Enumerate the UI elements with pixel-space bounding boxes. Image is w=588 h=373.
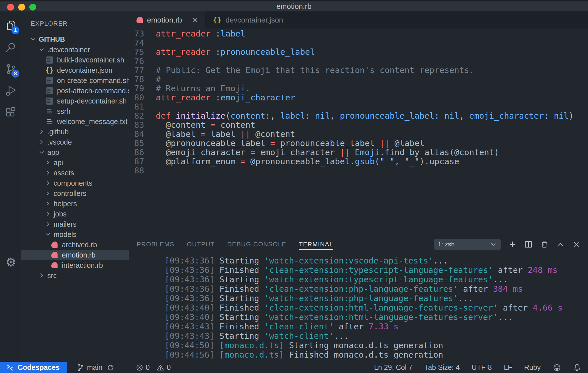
tree-item-components[interactable]: components bbox=[21, 178, 129, 188]
chevron-right-icon[interactable] bbox=[45, 170, 51, 176]
encoding[interactable]: UTF-8 bbox=[472, 363, 492, 372]
tree-item-interaction-rb[interactable]: interaction.rb bbox=[21, 260, 129, 270]
tree-item-controllers[interactable]: controllers bbox=[21, 188, 129, 198]
search-view-button[interactable] bbox=[4, 40, 18, 54]
terminal-line: [09:43:43] Starting 'watch-client'... bbox=[165, 331, 588, 341]
section-header-github[interactable]: GITHUB bbox=[21, 34, 129, 44]
code-line-78[interactable]: 78# bbox=[129, 75, 588, 84]
tab-emotion-rb[interactable]: emotion.rb × bbox=[129, 11, 206, 29]
source-control-view-button[interactable]: 8 bbox=[4, 62, 18, 76]
code-line-86[interactable]: 86 @emoji_character = emoji_character ||… bbox=[129, 148, 588, 157]
eol-indicator[interactable]: LF bbox=[504, 363, 512, 372]
tree-item-devcontainer[interactable]: .devcontainer bbox=[21, 44, 129, 55]
line-number: 74 bbox=[129, 38, 144, 47]
close-tab-icon[interactable]: × bbox=[193, 15, 198, 25]
tree-item-src[interactable]: src bbox=[21, 270, 129, 281]
chevron-right-icon[interactable] bbox=[38, 139, 45, 145]
tree-item-emotion-rb[interactable]: emotion.rb bbox=[21, 250, 129, 260]
line-number: 80 bbox=[129, 93, 144, 102]
maximize-window-button[interactable] bbox=[29, 4, 36, 11]
code-editor[interactable]: 73attr_reader :label7475attr_reader :pro… bbox=[129, 29, 588, 236]
kill-terminal-button[interactable] bbox=[540, 240, 549, 249]
chevron-down-icon[interactable] bbox=[38, 149, 45, 155]
tree-item-welcome-message-txt[interactable]: welcome_message.txt bbox=[21, 116, 129, 127]
tree-item-label: setup-devcontainer.sh bbox=[57, 97, 127, 105]
tab-size[interactable]: Tab Size: 4 bbox=[424, 363, 460, 372]
code-line-77[interactable]: 77# Public: Get the Emoji that this reac… bbox=[129, 66, 588, 75]
remote-indicator[interactable]: Codespaces bbox=[0, 362, 67, 373]
tree-item-devcontainer-json[interactable]: {}devcontainer.json bbox=[21, 65, 129, 75]
tree-item-on-create-command-sh[interactable]: on-create-command.sh bbox=[21, 75, 129, 86]
split-terminal-button[interactable] bbox=[524, 240, 533, 249]
tree-item-vscode[interactable]: .vscode bbox=[21, 137, 129, 147]
chevron-right-icon[interactable] bbox=[45, 200, 51, 207]
tree-item-setup-devcontainer-sh[interactable]: setup-devcontainer.sh bbox=[21, 96, 129, 106]
line-number: 88 bbox=[129, 166, 144, 175]
settings-button[interactable]: ⚙ bbox=[4, 256, 18, 269]
extensions-view-button[interactable] bbox=[4, 106, 18, 119]
code-line-84[interactable]: 84 @label = label || @content bbox=[129, 129, 588, 139]
code-line-73[interactable]: 73attr_reader :label bbox=[129, 29, 588, 38]
tree-item-post-attach-command-sh[interactable]: post-attach-command.sh bbox=[21, 86, 129, 96]
code-line-88[interactable]: 88 bbox=[129, 166, 588, 175]
code-line-83[interactable]: 83 @content = content bbox=[129, 120, 588, 129]
code-line-80[interactable]: 80attr_reader :emoji_character bbox=[129, 93, 588, 102]
chevron-down-icon[interactable] bbox=[45, 231, 51, 238]
chevron-down-icon[interactable] bbox=[38, 46, 45, 53]
panel-tab-output[interactable]: OUTPUT bbox=[187, 236, 215, 253]
tree-item-ssrh[interactable]: ssrh bbox=[21, 106, 129, 116]
shell-script-icon bbox=[46, 87, 53, 95]
chevron-right-icon[interactable] bbox=[38, 272, 45, 279]
new-terminal-button[interactable] bbox=[508, 240, 517, 249]
chevron-right-icon[interactable] bbox=[38, 129, 45, 135]
tab-devcontainer-json[interactable]: {} devcontainer.json bbox=[206, 11, 291, 29]
sync-icon[interactable] bbox=[107, 364, 114, 371]
line-number: 75 bbox=[129, 47, 144, 56]
tree-item-models[interactable]: models bbox=[21, 229, 129, 240]
chevron-right-icon[interactable] bbox=[45, 211, 51, 217]
code-text: attr_reader :pronounceable_label bbox=[144, 47, 315, 56]
feedback-smiley-icon[interactable] bbox=[553, 363, 561, 372]
minimize-window-button[interactable] bbox=[18, 4, 25, 11]
panel-tab-problems[interactable]: PROBLEMS bbox=[137, 236, 174, 253]
code-line-82[interactable]: 82def initialize(content:, label: nil, p… bbox=[129, 111, 588, 120]
maximize-panel-button[interactable] bbox=[556, 240, 565, 249]
file-tree: .devcontainerbuild-devcontainer.sh{}devc… bbox=[21, 44, 129, 281]
run-debug-view-button[interactable] bbox=[4, 84, 18, 98]
tree-item-build-devcontainer-sh[interactable]: build-devcontainer.sh bbox=[21, 55, 129, 65]
tree-item-assets[interactable]: assets bbox=[21, 168, 129, 178]
code-line-85[interactable]: 85 @pronounceable_label = pronounceable_… bbox=[129, 139, 588, 148]
chevron-right-icon[interactable] bbox=[45, 190, 51, 196]
tree-item-app[interactable]: app bbox=[21, 147, 129, 157]
code-line-87[interactable]: 87 @platform_enum = @pronounceable_label… bbox=[129, 157, 588, 166]
tree-item-api[interactable]: api bbox=[21, 157, 129, 168]
panel-tab-debug-console[interactable]: DEBUG CONSOLE bbox=[227, 236, 287, 253]
code-line-79[interactable]: 79# Returns an Emoji. bbox=[129, 84, 588, 93]
tree-item-label: src bbox=[47, 271, 57, 280]
panel-tab-terminal[interactable]: TERMINAL bbox=[299, 236, 333, 253]
language-mode[interactable]: Ruby bbox=[524, 363, 541, 372]
tree-item-github[interactable]: .github bbox=[21, 127, 129, 137]
tree-item-mailers[interactable]: mailers bbox=[21, 219, 129, 229]
problems-indicator[interactable]: 0 0 bbox=[136, 363, 175, 372]
close-panel-button[interactable] bbox=[572, 240, 581, 249]
chevron-right-icon[interactable] bbox=[45, 180, 51, 186]
chevron-right-icon[interactable] bbox=[45, 221, 51, 227]
terminal-line: [09:43:36] Starting 'watch-extension:typ… bbox=[165, 275, 588, 284]
cursor-position[interactable]: Ln 29, Col 7 bbox=[374, 363, 413, 372]
code-text: # Returns an Emoji. bbox=[144, 84, 250, 93]
branch-indicator[interactable]: main bbox=[77, 363, 114, 372]
tree-item-jobs[interactable]: jobs bbox=[21, 209, 129, 219]
tree-item-helpers[interactable]: helpers bbox=[21, 198, 129, 209]
tree-item-archived-rb[interactable]: archived.rb bbox=[21, 240, 129, 250]
terminal-select[interactable]: 1: zsh bbox=[434, 239, 501, 250]
code-line-74[interactable]: 74 bbox=[129, 38, 588, 47]
close-window-button[interactable] bbox=[7, 4, 14, 11]
explorer-view-button[interactable]: 1 bbox=[4, 19, 18, 33]
code-line-81[interactable]: 81 bbox=[129, 102, 588, 111]
code-line-75[interactable]: 75attr_reader :pronounceable_label bbox=[129, 47, 588, 56]
chevron-right-icon[interactable] bbox=[45, 159, 51, 166]
notifications-bell-icon[interactable] bbox=[573, 363, 581, 372]
code-line-76[interactable]: 76 bbox=[129, 56, 588, 66]
terminal-output[interactable]: [09:43:36] Starting 'watch-extension:vsc… bbox=[129, 253, 588, 362]
